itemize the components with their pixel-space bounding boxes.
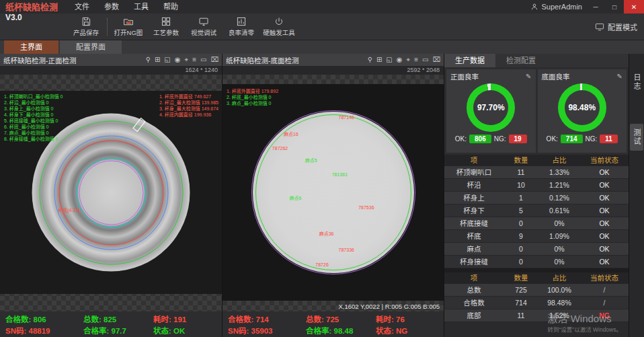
table-cell: 11 <box>504 309 538 322</box>
header-cell: 占比 <box>538 272 580 284</box>
stat-value: 状态: NG <box>376 325 438 336</box>
tab-inspection-config[interactable]: 检测配置 <box>495 54 547 67</box>
app-version: V3.0 <box>5 13 67 23</box>
roi-icon[interactable]: ▭ <box>200 54 206 66</box>
table-cell: 0 <box>504 243 538 255</box>
trash-icon[interactable]: ⌧ <box>432 54 440 66</box>
hard-trigger-button[interactable]: 硬触发工具 <box>260 14 298 40</box>
table-cell: 1.21% <box>538 179 580 191</box>
menu-item-1[interactable]: 参数 <box>97 0 126 13</box>
table-row: 杯身接缝00%OK <box>444 256 629 268</box>
list-icon[interactable]: ≡ <box>192 54 196 66</box>
minimize-button[interactable]: ─ <box>586 0 605 13</box>
menu-item-2[interactable]: 工具 <box>126 0 156 13</box>
edit-icon[interactable]: ✎ <box>526 73 531 80</box>
table-cell: 0% <box>538 243 580 255</box>
eye-icon[interactable]: ◉ <box>175 54 181 66</box>
table-row: 麻点00%OK <box>444 243 629 256</box>
app-title: 纸杯缺陷检测 <box>5 2 67 13</box>
annotation: 1. 杯顶喇叭口_最小检测值 0 <box>4 93 63 100</box>
table-cell: OK <box>580 243 629 255</box>
menu-item-3[interactable]: 帮助 <box>156 0 186 13</box>
tab-log[interactable]: 日志 <box>630 69 643 96</box>
config-mode-button[interactable]: 配置模式 <box>595 22 637 32</box>
table-cell: 100.0% <box>538 284 580 296</box>
defect-label: 78726 <box>315 262 328 266</box>
crosshair-icon[interactable]: ⌖ <box>407 54 411 66</box>
stat-value: 总数: 825 <box>83 313 153 324</box>
defect-table-body: 杯顶喇叭口111.33%OK杯沿101.21%OK杯身上10.12%OK杯身下5… <box>444 166 629 268</box>
button-label: 配置模式 <box>608 22 637 32</box>
tab-test[interactable]: 测试 <box>630 124 643 151</box>
bottom-yield-title: 底面良率 <box>542 71 617 81</box>
bottom-resolution: 2592 * 2048 <box>223 66 444 75</box>
summary-table-header: 项数量占比当前状态 <box>444 272 629 284</box>
zoom-icon[interactable]: ⚲ <box>146 54 151 66</box>
table-row: 杯底接缝00%OK <box>444 217 629 230</box>
process-params-button[interactable]: 工艺参数 <box>147 14 185 40</box>
one-to-one-icon[interactable]: ◱ <box>386 54 392 66</box>
stat-value: 耗时: 76 <box>376 313 438 324</box>
yield-reset-button[interactable]: 良率清零 <box>223 14 260 40</box>
main-tab-row: 主界面 配置界面 <box>0 40 644 54</box>
tab-main-view[interactable]: 主界面 <box>4 40 58 54</box>
table-cell: 1.52% <box>538 309 580 322</box>
stat-value: 合格率: 97.7 <box>83 325 153 336</box>
roi-icon[interactable]: ▭ <box>422 54 428 66</box>
vision-debug-button[interactable]: 视觉调试 <box>185 14 223 40</box>
table-cell: OK <box>580 179 629 191</box>
product-save-button[interactable]: 产品保存 <box>67 14 105 40</box>
user-area[interactable]: SuperAdmin <box>530 3 582 11</box>
defect-label: 787336 <box>339 248 354 252</box>
table-cell: 10 <box>504 179 538 191</box>
close-button[interactable]: ✕ <box>624 0 644 13</box>
table-cell: OK <box>580 217 629 229</box>
front-stats-bar: 合格数: 806总数: 825耗时: 191SN码: 48819合格率: 97.… <box>0 311 222 337</box>
bottom-yield-card: 底面良率 ✎ 98.48% OK: 714 NG: 11 <box>538 69 627 153</box>
list-icon[interactable]: ≡ <box>414 54 418 66</box>
defect-label: 787536 <box>358 205 374 210</box>
annotation: 4. 杯身下_最小检测值 0 <box>4 112 63 118</box>
user-icon <box>530 3 538 11</box>
overlay-ring-purple <box>79 160 143 225</box>
folder-ng-icon: NG <box>123 16 134 27</box>
bottom-image-viewport[interactable]: 1. 杯底外圆直径 179.8922. 杯底_最小检测值 03. 麻点_最小检测… <box>223 75 444 311</box>
header-cell: 当前状态 <box>580 155 629 166</box>
menu-item-0[interactable]: 文件 <box>67 0 97 13</box>
table-cell: 总数 <box>444 284 504 296</box>
fit-icon[interactable]: ⊞ <box>376 54 382 66</box>
edit-icon[interactable]: ✎ <box>617 73 622 80</box>
stat-value: 耗时: 191 <box>153 313 216 324</box>
tab-config-view[interactable]: 配置界面 <box>60 40 122 54</box>
chart-icon <box>236 16 247 27</box>
annotation: 6. 杯底_最小检测值 0 <box>4 124 63 130</box>
front-yield-card: 正面良率 ✎ 97.70% OK: 806 NG: 19 <box>446 69 536 153</box>
one-to-one-icon[interactable]: ◱ <box>164 54 170 66</box>
front-yield-percent: 97.70% <box>467 83 515 132</box>
eye-icon[interactable]: ◉ <box>397 54 403 66</box>
trash-icon[interactable]: ⌧ <box>210 54 218 66</box>
tab-production-data[interactable]: 生产数据 <box>444 54 495 67</box>
defect-label: 麻点5 <box>305 157 317 163</box>
annotation: 3. 杯身_最大检测值 149.674 <box>159 106 218 112</box>
header-cell: 占比 <box>538 155 580 166</box>
svg-text:NG: NG <box>126 21 132 25</box>
table-cell: 714 <box>504 297 538 309</box>
bottom-yield-donut: 98.48% <box>558 83 606 132</box>
fit-icon[interactable]: ⊞ <box>155 54 160 66</box>
bottom-panel-title: 纸杯缺陷检测-底面检测 <box>226 55 368 65</box>
maximize-button[interactable]: □ <box>605 0 624 13</box>
table-cell: OK <box>580 192 629 204</box>
crosshair-icon[interactable]: ⌖ <box>185 54 189 66</box>
zoom-icon[interactable]: ⚲ <box>368 54 372 66</box>
bottom-panel-header: 纸杯缺陷检测-底面检测 ⚲⊞◱◉⌖≡▭⌧ <box>223 54 444 66</box>
annotation: 2. 杯底_最小检测值 0 <box>227 94 278 100</box>
button-label: 视觉调试 <box>191 28 216 37</box>
user-name: SuperAdmin <box>541 3 582 11</box>
table-cell: OK <box>580 166 629 178</box>
table-cell: 0% <box>538 256 580 268</box>
stat-value: 总数: 725 <box>306 313 376 324</box>
open-ng-image-button[interactable]: NG 打开NG图 <box>110 14 147 40</box>
app-window: 纸杯缺陷检测 V3.0 文件参数工具帮助 SuperAdmin ─ □ ✕ 产品… <box>0 0 644 337</box>
front-image-viewport[interactable]: 1. 杯顶喇叭口_最小检测值 02. 杯沿_最小检测值 03. 杯身上_最小检测… <box>0 75 222 311</box>
